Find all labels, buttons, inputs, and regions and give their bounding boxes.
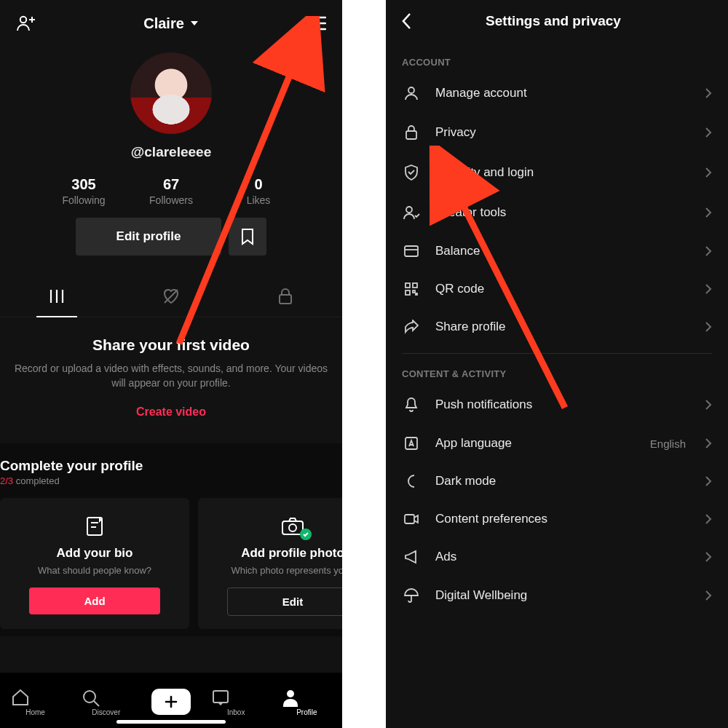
person-icon [402,85,421,101]
row-dark-mode[interactable]: Dark mode [386,462,728,500]
bio-icon [12,514,178,539]
empty-title: Share your first video [13,336,329,354]
moon-icon [402,474,421,488]
profile-screen: Claire @clareleeee 305 Following 67 Foll… [0,0,342,728]
row-security[interactable]: Security and login [386,152,728,193]
avatar-section: @clareleeee [0,52,342,160]
svg-point-13 [289,524,296,531]
svg-point-19 [287,690,294,697]
chevron-right-icon [705,207,712,218]
settings-title: Settings and privacy [393,13,713,29]
card-sub: Which photo represents you? [210,565,342,576]
row-ads[interactable]: Ads [386,538,728,576]
inbox-icon [210,688,231,707]
divider [402,353,712,354]
shield-icon [402,164,421,181]
section-header-content: CONTENT & ACTIVITY [386,355,728,385]
row-digital-wellbeing[interactable]: Digital Wellbeing [386,576,728,615]
check-badge-icon [300,529,312,540]
create-video-link[interactable]: Create video [136,405,206,419]
search-icon [81,688,101,707]
chevron-right-icon [705,283,712,295]
card-title: Add your bio [12,546,178,561]
display-name: Claire [143,15,184,32]
stat-likes[interactable]: 0 Likes [215,176,302,206]
chevron-right-icon [705,513,712,525]
edit-photo-button[interactable]: Edit [227,587,342,616]
row-privacy[interactable]: Privacy [386,113,728,152]
row-manage-account[interactable]: Manage account [386,74,728,113]
row-app-language[interactable]: App language English [386,424,728,462]
qr-icon [402,282,421,296]
svg-rect-26 [405,283,410,288]
nav-discover[interactable]: Discover [81,688,132,716]
camera-icon [210,514,342,539]
chevron-right-icon [705,87,712,99]
svg-point-0 [20,17,26,23]
tab-liked[interactable] [114,276,229,317]
tab-posts[interactable] [0,276,114,317]
svg-point-21 [408,87,414,93]
row-push-notifications[interactable]: Push notifications [386,385,728,424]
card-add-photo: Add profile photo Which photo represents… [198,498,342,629]
add-friend-icon[interactable] [16,15,36,32]
chevron-right-icon [705,399,712,411]
card-title: Add profile photo [210,546,342,561]
tab-private[interactable] [228,276,342,317]
account-switcher[interactable]: Claire [143,15,200,32]
language-value: English [650,438,686,450]
empty-state: Share your first video Record or upload … [0,317,342,430]
row-creator-tools[interactable]: Creator tools [386,193,728,232]
share-icon [402,320,421,334]
chevron-right-icon [705,321,712,333]
stats-row: 305 Following 67 Followers 0 Likes [0,176,342,206]
profile-tabs [0,276,342,317]
umbrella-icon [402,587,421,604]
bookmarks-button[interactable] [229,218,266,256]
video-icon [402,513,421,526]
svg-rect-27 [413,283,417,288]
chevron-down-icon [189,17,200,29]
row-share-profile[interactable]: Share profile [386,308,728,346]
add-bio-button[interactable]: Add [29,587,160,614]
chevron-right-icon [705,167,712,178]
row-qr-code[interactable]: QR code [386,270,728,308]
nav-create[interactable] [151,689,191,715]
stat-followers[interactable]: 67 Followers [127,176,215,206]
wallet-icon [402,244,421,258]
settings-topbar: Settings and privacy [386,0,728,44]
grid-icon [48,288,66,304]
hamburger-menu-icon[interactable] [307,16,326,31]
avatar[interactable] [130,52,212,134]
svg-rect-29 [413,290,415,293]
username-handle: @clareleeee [131,144,211,160]
edit-profile-button[interactable]: Edit profile [76,218,222,256]
chevron-right-icon [705,438,712,449]
complete-profile-section: Complete your profile 2/3 completed Add … [0,443,342,636]
edit-row: Edit profile [0,218,342,256]
svg-point-14 [84,691,95,703]
svg-rect-8 [280,295,291,304]
svg-rect-32 [405,515,414,523]
svg-rect-28 [405,290,410,295]
nav-profile[interactable]: Profile [281,688,332,716]
svg-point-23 [406,207,412,213]
stat-following[interactable]: 305 Following [40,176,127,206]
chevron-right-icon [705,127,712,138]
card-add-bio: Add your bio What should people know? Ad… [0,498,189,629]
svg-line-15 [94,701,99,706]
plus-icon [151,689,191,715]
svg-rect-22 [406,131,416,139]
empty-subtitle: Record or upload a video with effects, s… [13,361,329,391]
section-header-account: ACCOUNT [386,44,728,74]
lock-icon [402,124,421,141]
svg-rect-30 [416,293,417,295]
lock-icon [277,288,293,305]
heart-off-icon [162,288,181,305]
card-sub: What should people know? [12,565,178,576]
row-balance[interactable]: Balance [386,232,728,270]
nav-inbox[interactable]: Inbox [210,688,261,716]
nav-home[interactable]: Home [10,688,61,716]
row-content-preferences[interactable]: Content preferences [386,500,728,538]
chevron-right-icon [705,551,712,563]
